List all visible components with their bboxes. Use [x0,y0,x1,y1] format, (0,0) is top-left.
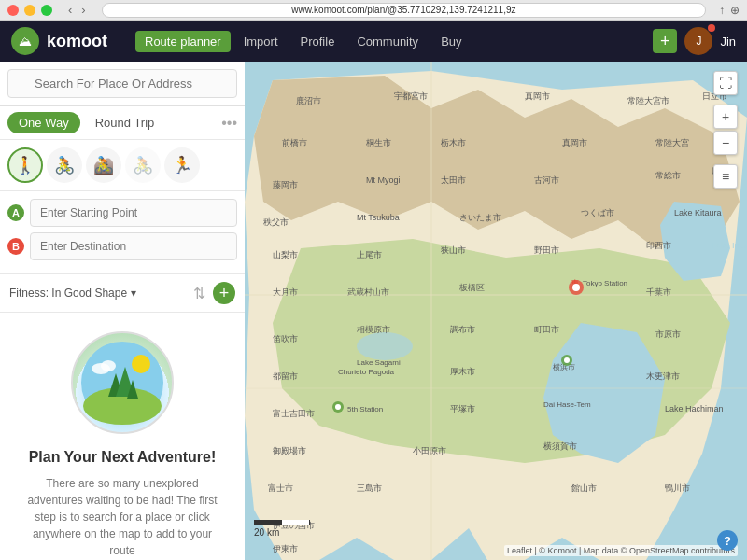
svg-text:桐生市: 桐生市 [365,138,391,147]
svg-text:真岡市: 真岡市 [562,138,587,147]
fullscreen-button[interactable]: ⛶ [713,71,738,95]
svg-text:富士吉田市: 富士吉田市 [273,409,315,418]
destination-input[interactable] [30,232,237,260]
navbar-links: Route planner Import Profile Community B… [135,31,472,52]
logo-icon: ⛰ [11,27,39,55]
search-input[interactable] [7,69,237,98]
svg-text:常総市: 常総市 [655,171,681,180]
fitness-label: Fitness: In Good Shape [9,287,127,300]
svg-text:相模原市: 相模原市 [357,325,390,334]
nav-link-import[interactable]: Import [234,31,288,52]
activity-road-cycling[interactable]: 🚴 [125,147,161,183]
svg-text:藤岡市: 藤岡市 [273,180,298,189]
add-waypoint-button[interactable]: + [213,282,235,304]
nav-link-profile[interactable]: Profile [291,31,345,52]
help-button[interactable]: ? [717,530,738,551]
maximize-button[interactable] [41,5,52,16]
destination-row: B [7,232,237,260]
svg-text:秩父市: 秩父市 [263,217,289,227]
svg-text:古河市: 古河市 [534,175,559,185]
swap-button[interactable]: ⇅ [193,285,205,302]
route-inputs: A B [0,191,245,274]
svg-text:Lake Hachiman: Lake Hachiman [665,404,724,413]
svg-text:伊東市: 伊東市 [273,544,298,553]
activity-icons: 🚶 🚴 🚵 🚴 🏃 [0,140,245,191]
sidebar: 🔍 One Way Round Trip ••• 🚶 🚴 🚵 🚴 🏃 [0,62,245,560]
search-wrapper: 🔍 [7,69,237,98]
tab-one-way[interactable]: One Way [7,112,80,133]
close-button[interactable] [7,5,19,16]
svg-point-74 [335,404,341,410]
zoom-out-button[interactable]: − [713,131,738,155]
svg-text:真岡市: 真岡市 [525,91,550,101]
avatar: J [684,27,712,55]
fitness-chevron-icon: ▾ [131,287,136,300]
map-svg: 鹿沼市 宇都宮市 真岡市 常陸大宮市 日立市 前橋市 桐生市 栃木市 真岡市 常… [245,62,747,560]
svg-text:鹿沼市: 鹿沼市 [296,96,321,105]
scale-label: 20 km [254,527,310,538]
fitness-selector[interactable]: Fitness: In Good Shape ▾ [9,287,136,300]
logo: ⛰ komoot [11,27,107,55]
adventure-section: Plan Your Next Adventure! There are so m… [0,313,245,560]
nav-link-buy[interactable]: Buy [431,31,471,52]
svg-text:狭山市: 狭山市 [441,245,466,255]
map-scale: 20 km [254,520,310,538]
activity-cycling[interactable]: 🚴 [47,147,82,183]
svg-text:町田市: 町田市 [534,325,559,334]
svg-text:笛吹市: 笛吹市 [273,334,298,343]
activity-mountain-biking[interactable]: 🚵 [86,147,121,183]
adventure-title: Plan Your Next Adventure! [29,449,217,466]
svg-text:板橋区: 板橋区 [458,283,485,292]
browser-nav[interactable]: ‹ › [65,3,89,17]
add-button[interactable]: + [653,29,677,53]
tabs: One Way Round Trip ••• [0,106,245,140]
navbar: ⛰ komoot Route planner Import Profile Co… [0,21,747,62]
svg-text:さいたま市: さいたま市 [459,213,501,222]
svg-text:鴨川市: 鴨川市 [665,483,690,493]
svg-text:Mt Tsukuba: Mt Tsukuba [357,213,400,222]
svg-text:常陸大宮: 常陸大宮 [655,138,689,147]
label-b: B [7,238,24,255]
label-a: A [7,204,24,221]
svg-text:常陸大宮市: 常陸大宮市 [627,96,669,105]
address-bar[interactable]: www.komoot.com/plan/@35.7710292,139.7241… [102,3,706,18]
map-controls: ⛶ + − ≡ [713,71,738,189]
activity-running[interactable]: 🏃 [164,147,200,183]
svg-text:調布市: 調布市 [450,325,475,334]
nav-link-community[interactable]: Community [347,31,428,52]
svg-point-42 [357,332,413,360]
starting-point-row: A [7,199,237,227]
zoom-in-button[interactable]: + [713,105,738,129]
map-area[interactable]: 鹿沼市 宇都宮市 真岡市 常陸大宮市 日立市 前橋市 桐生市 栃木市 真岡市 常… [245,62,747,560]
svg-text:Lake Inbanuma: Lake Inbanuma [712,241,747,250]
svg-text:Lake Kitaura: Lake Kitaura [674,208,722,217]
layers-button[interactable]: ≡ [713,164,738,189]
svg-text:厚木市: 厚木市 [450,367,475,376]
minimize-button[interactable] [24,5,35,16]
nav-link-route-planner[interactable]: Route planner [135,31,231,52]
tab-more-button[interactable]: ••• [221,115,237,132]
forward-button[interactable]: › [78,3,88,17]
adventure-svg [80,341,164,425]
activity-hiking[interactable]: 🚶 [7,147,43,183]
app: ⛰ komoot Route planner Import Profile Co… [0,21,747,560]
back-button[interactable]: ‹ [65,3,75,17]
logo-text: komoot [47,32,107,51]
svg-text:宇都宮市: 宇都宮市 [394,91,428,101]
svg-text:都留市: 都留市 [273,371,298,381]
svg-point-76 [564,357,570,363]
svg-text:平塚市: 平塚市 [450,404,475,413]
browser-icons: ↑⊕ [719,4,740,17]
fitness-bar: Fitness: In Good Shape ▾ ⇅ + [0,274,245,313]
svg-point-1 [132,355,150,373]
svg-text:太田市: 太田市 [441,175,466,185]
adventure-text: There are so many unexplored adventures … [19,475,226,559]
svg-text:木更津市: 木更津市 [646,371,680,381]
username: Jin [720,35,736,49]
navbar-right: + J Jin [653,27,736,55]
svg-text:印西市: 印西市 [646,241,671,250]
tab-round-trip[interactable]: Round Trip [84,112,166,133]
svg-text:御殿場市: 御殿場市 [273,446,306,455]
starting-point-input[interactable] [30,199,237,227]
svg-text:上尾市: 上尾市 [357,250,382,259]
